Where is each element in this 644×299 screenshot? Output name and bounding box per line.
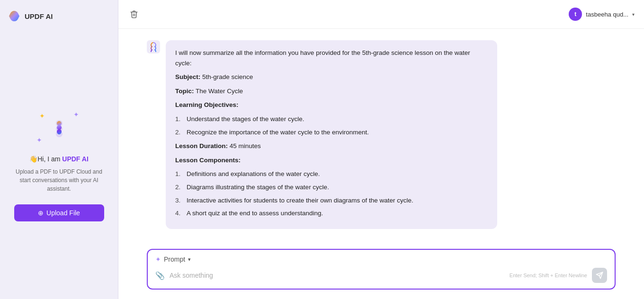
sidebar-header: UPDF AI — [0, 0, 118, 32]
sidebar-illustration: ✦ ✦ ✦ 👋Hi, I am UPDF AI Upload — [0, 32, 118, 299]
message-subject: Subject: 5th-grade science — [175, 72, 488, 82]
sparkle-icon-topleft: ✦ — [39, 112, 45, 120]
message-topic: Topic: The Water Cycle — [175, 86, 488, 97]
prompt-sparkle-icon: ✦ — [155, 255, 161, 263]
prompt-label: Prompt — [164, 255, 185, 263]
send-button[interactable] — [592, 268, 607, 283]
user-menu[interactable]: t tasbeeha qud... ▾ — [569, 8, 635, 21]
ai-avatar-icon — [147, 40, 160, 53]
main-panel: t tasbeeha qud... ▾ — [118, 0, 644, 299]
upload-file-button[interactable]: ⊕ Upload File — [14, 204, 104, 221]
prompt-dropdown-button[interactable]: ▾ — [188, 256, 191, 263]
trash-icon — [130, 10, 138, 18]
avatar: t — [569, 8, 582, 21]
sidebar: UPDF AI ✦ ✦ ✦ 👋Hi, I — [0, 0, 118, 299]
username: tasbeeha qud... — [586, 11, 628, 18]
upload-icon: ⊕ — [38, 209, 44, 217]
list-item: 4. A short quiz at the end to assess und… — [175, 208, 488, 219]
updf-large-logo-icon — [47, 116, 72, 141]
list-item: 1. Understand the stages of the water cy… — [175, 114, 488, 124]
sparkle-icon-bottomleft: ✦ — [36, 136, 42, 144]
list-item: 3. Interactive activities for students t… — [175, 195, 488, 206]
message-duration: Lesson Duration: 45 minutes — [175, 141, 488, 151]
chevron-down-icon: ▾ — [632, 12, 635, 17]
list-item: 2. Recognize the importance of the water… — [175, 127, 488, 138]
list-item: 2. Diagrams illustrating the stages of t… — [175, 182, 488, 193]
main-header: t tasbeeha qud... ▾ — [118, 0, 644, 29]
updf-logo-icon — [8, 9, 21, 23]
greeting-text: 👋Hi, I am UPDF AI — [29, 155, 89, 163]
ai-icon-container: ✦ ✦ ✦ — [36, 110, 83, 148]
keyboard-hint: Enter Send; Shift + Enter Newline — [510, 273, 587, 278]
ai-message: I will now summarize all the information… — [147, 40, 616, 229]
chat-area: I will now summarize all the information… — [118, 29, 644, 243]
sparkle-icon-topright: ✦ — [73, 111, 79, 118]
attach-button[interactable]: 📎 — [155, 271, 165, 280]
input-top-bar: ✦ Prompt ▾ — [155, 255, 607, 263]
input-bottom-bar: 📎 Enter Send; Shift + Enter Newline — [155, 268, 607, 283]
paperclip-icon: 📎 — [155, 271, 165, 280]
input-area: ✦ Prompt ▾ 📎 Enter Send; Shift + Enter N… — [118, 243, 644, 299]
description-text: Upload a PDF to UPDF Cloud and start con… — [9, 167, 108, 193]
list-item: 1. Definitions and explanations of the w… — [175, 169, 488, 179]
send-icon — [596, 272, 603, 279]
input-box: ✦ Prompt ▾ 📎 Enter Send; Shift + Enter N… — [147, 249, 616, 290]
clear-chat-button[interactable] — [128, 8, 140, 20]
message-bubble: I will now summarize all the information… — [166, 40, 497, 229]
message-objectives-header: Learning Objectives: — [175, 100, 488, 110]
logo-text: UPDF AI — [25, 12, 53, 20]
ask-input[interactable] — [170, 272, 505, 279]
message-intro: I will now summarize all the information… — [175, 48, 488, 68]
message-components-header: Lesson Components: — [175, 155, 488, 166]
